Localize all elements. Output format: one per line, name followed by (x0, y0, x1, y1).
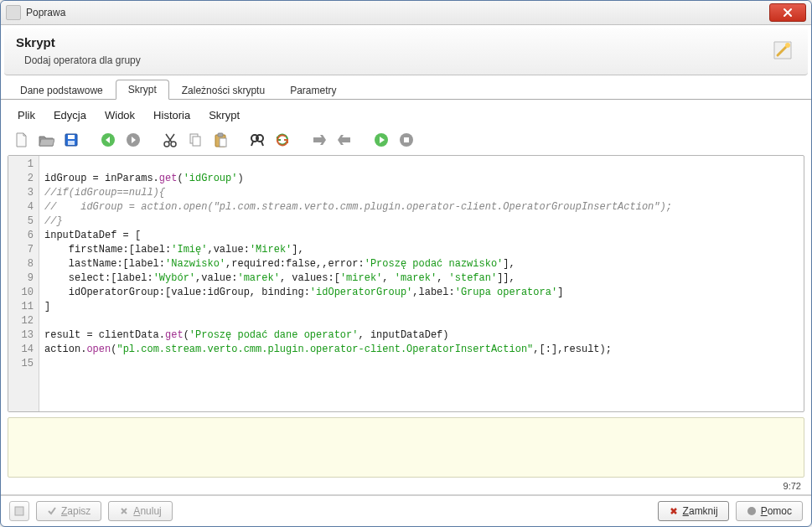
svg-rect-11 (218, 133, 223, 137)
next-icon (311, 132, 328, 148)
header-panel: Skrypt Dodaj operatora dla grupy (4, 28, 808, 75)
svg-rect-12 (220, 138, 226, 147)
code-line[interactable] (44, 357, 799, 371)
paste-button[interactable] (210, 130, 230, 150)
cut-button[interactable] (160, 130, 180, 150)
run-button[interactable] (371, 130, 391, 150)
new-icon (13, 132, 29, 148)
svg-point-6 (164, 142, 169, 147)
menu-icon (13, 505, 25, 517)
cut-icon (162, 132, 178, 148)
code-area[interactable]: idGroup = inParams.get('idGroup')//if(id… (39, 156, 804, 411)
wizard-icon (769, 37, 796, 64)
menu-edycja[interactable]: Edycja (45, 106, 95, 124)
close-icon (669, 506, 679, 516)
statusbar: 9:72 (1, 479, 811, 495)
code-line[interactable]: //if(idGroup==null){ (44, 186, 799, 200)
svg-rect-17 (404, 137, 409, 142)
page-subtitle: Dodaj operatora dla grupy (24, 54, 796, 66)
stop-icon (398, 132, 415, 148)
redo-button[interactable] (123, 130, 143, 150)
tab-skrypt[interactable]: Skrypt (116, 80, 169, 100)
code-line[interactable]: //} (44, 214, 799, 229)
code-line[interactable]: lastName:[label:'Nazwisko',required:fals… (44, 257, 799, 271)
code-line[interactable]: action.open("pl.com.stream.verto.cmm.plu… (44, 343, 799, 357)
line-gutter: 123456789101112131415 (8, 156, 39, 411)
undo-icon (100, 132, 116, 148)
save-label-first: Zapisz (61, 505, 91, 517)
copy-icon (187, 132, 204, 148)
titlebar: Poprawa (1, 1, 811, 25)
stop-button[interactable] (396, 130, 416, 150)
cancel-label: Anuluj (133, 505, 161, 517)
save-footer-button[interactable]: Zapisz (36, 501, 101, 521)
cursor-position: 9:72 (784, 481, 801, 491)
close-footer-button[interactable]: Zamknij (658, 501, 729, 521)
undo-button[interactable] (98, 130, 118, 150)
tabs: Dane podstawowe Skrypt Zależności skrypt… (1, 79, 811, 100)
svg-point-0 (785, 43, 790, 48)
code-editor[interactable]: 123456789101112131415 idGroup = inParams… (8, 155, 804, 412)
check-icon (47, 506, 57, 516)
editor-area: Plik Edycja Widok Historia Skrypt (1, 100, 811, 412)
app-icon (6, 5, 21, 20)
menu-historia[interactable]: Historia (145, 106, 199, 124)
close-icon (783, 8, 793, 18)
refresh-button[interactable] (272, 130, 292, 150)
code-line[interactable]: inputDataDef = [ (44, 229, 799, 243)
open-icon (38, 132, 54, 148)
toolbar (8, 127, 804, 155)
cancel-footer-button[interactable]: Anuluj (108, 501, 172, 521)
window: Poprawa Skrypt Dodaj operatora dla grupy… (0, 0, 812, 527)
open-button[interactable] (36, 130, 56, 150)
redo-icon (125, 132, 142, 148)
menu-skrypt[interactable]: Skrypt (200, 106, 248, 124)
svg-rect-9 (193, 137, 200, 146)
help-label-rest: omoc (768, 505, 792, 517)
code-line[interactable]: result = clientData.get('Proszę podać da… (44, 328, 799, 343)
page-title: Skrypt (16, 35, 796, 49)
menu-widok[interactable]: Widok (96, 106, 143, 124)
paste-icon (212, 132, 229, 148)
svg-point-19 (747, 507, 756, 515)
new-button[interactable] (11, 130, 31, 150)
footer: Zapisz Anuluj Zamknij Pomoc (1, 495, 811, 526)
find-button[interactable] (247, 130, 267, 150)
help-icon (747, 506, 757, 516)
code-line[interactable]: firstName:[label:'Imię',value:'Mirek'], (44, 243, 799, 257)
code-line[interactable]: select:[label:'Wybór',value:'marek', val… (44, 271, 799, 286)
close-label-rest: amknij (689, 505, 718, 517)
footer-menu-button[interactable] (9, 501, 29, 521)
save-button[interactable] (61, 130, 81, 150)
svg-point-7 (171, 142, 176, 147)
next-button[interactable] (309, 130, 329, 150)
tab-dane-podstawowe[interactable]: Dane podstawowe (8, 80, 116, 100)
code-line[interactable]: ] (44, 300, 799, 314)
code-line[interactable] (44, 158, 799, 172)
code-line[interactable] (44, 314, 799, 328)
find-icon (249, 132, 266, 148)
output-panel (8, 417, 804, 478)
run-icon (373, 132, 390, 148)
refresh-icon (274, 132, 291, 148)
svg-rect-3 (68, 141, 75, 145)
svg-rect-18 (15, 507, 23, 515)
tab-parametry[interactable]: Parametry (277, 80, 349, 100)
cancel-icon (119, 506, 129, 516)
code-line[interactable]: // idGroup = action.open("pl.com.stream.… (44, 200, 799, 214)
svg-rect-2 (68, 135, 75, 139)
help-footer-button[interactable]: Pomoc (736, 501, 803, 521)
menu-plik[interactable]: Plik (9, 106, 44, 124)
prev-icon (336, 132, 353, 148)
tab-zaleznosci-skryptu[interactable]: Zależności skryptu (169, 80, 277, 100)
prev-button[interactable] (334, 130, 354, 150)
window-title: Poprawa (26, 7, 769, 18)
copy-button[interactable] (185, 130, 205, 150)
code-line[interactable]: idOperatorGroup:[value:idGroup, binding:… (44, 286, 799, 300)
menubar: Plik Edycja Widok Historia Skrypt (8, 103, 804, 127)
save-icon (63, 132, 80, 148)
code-line[interactable]: idGroup = inParams.get('idGroup') (44, 172, 799, 186)
window-close-button[interactable] (769, 3, 806, 22)
